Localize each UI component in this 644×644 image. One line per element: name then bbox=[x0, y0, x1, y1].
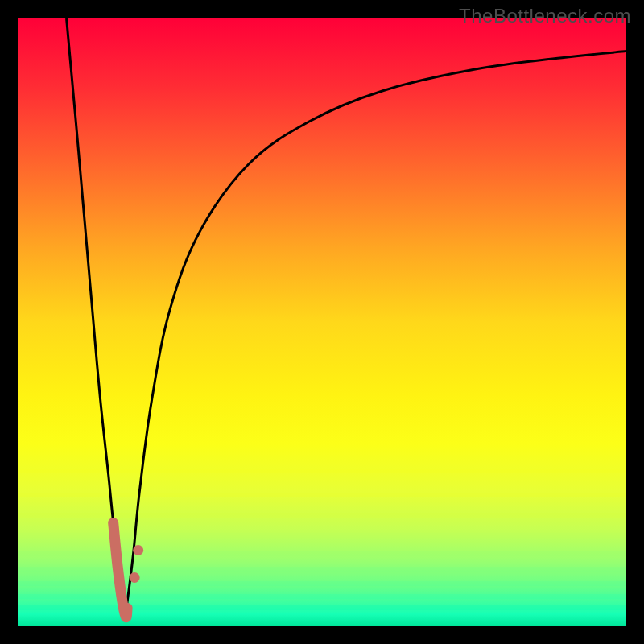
right-branch-line bbox=[124, 52, 626, 621]
marker-dot bbox=[130, 572, 140, 583]
chart-frame: TheBottleneck.com bbox=[0, 0, 644, 644]
marker-dot bbox=[133, 545, 143, 555]
plot-area bbox=[18, 18, 626, 626]
marker-segment bbox=[114, 522, 127, 617]
watermark-text: TheBottleneck.com bbox=[459, 5, 631, 27]
curves-svg bbox=[18, 18, 626, 626]
